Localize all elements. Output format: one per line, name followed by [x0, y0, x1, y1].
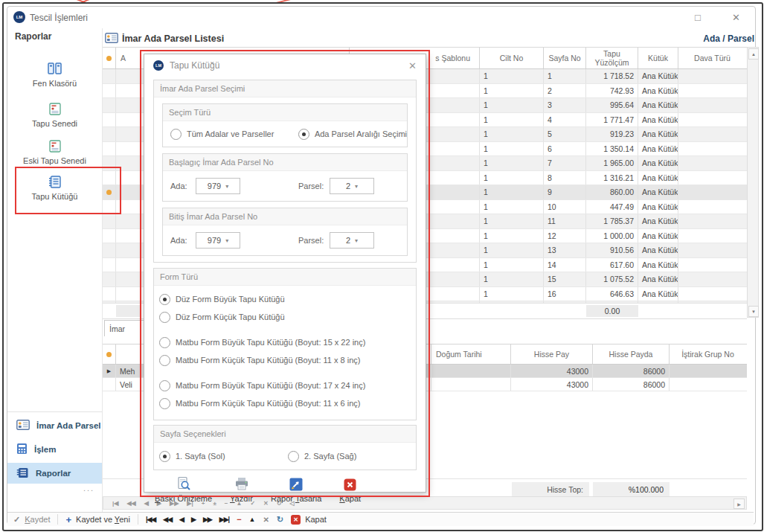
vertical-scrollbar[interactable]: ▲ ▼ — [747, 47, 759, 318]
record-nav-button[interactable]: ◀ — [144, 500, 149, 507]
scroll-right-icon[interactable]: ▶ — [733, 499, 745, 509]
print-preview-icon — [176, 476, 191, 493]
window-close-icon[interactable]: ✕ — [732, 12, 740, 23]
cell-tapu-yuzolcum: 1 000.00 — [586, 229, 638, 243]
nav-item-islem[interactable]: İşlem — [7, 439, 102, 460]
nav-first-button[interactable]: |◀◀ — [146, 516, 155, 523]
row-marker-cell — [103, 229, 116, 243]
start-parcel-group: Başlagıç İmar Ada Parsel No Ada: 979 ▾ P… — [162, 153, 408, 202]
radio-option[interactable]: Matbu Form Küçük Tapu Kütüğü (Boyut: 11 … — [159, 394, 416, 412]
sidebar-item-tapu-senedi[interactable]: Tapu Senedi — [7, 103, 102, 128]
radio-option[interactable]: Ada Parsel Aralığı Seçimi — [298, 129, 407, 140]
sidebar-header: Raporlar — [15, 31, 51, 42]
cell-kutuk: Ana Kütük — [638, 214, 678, 228]
row-marker-cell — [103, 98, 116, 112]
column-header-dogum-tarihi[interactable]: Doğum Tarihi — [431, 344, 511, 364]
screen: LM Tescil İşlemleri □ ✕ Raporlar Fen Kla… — [0, 0, 764, 532]
column-header-tapu-yuzolcum[interactable]: Tapu Yüzölçüm — [586, 48, 638, 68]
close-button[interactable]: ✕ Kapat — [291, 515, 327, 525]
nav-next-button[interactable]: ▶ — [191, 516, 196, 523]
cell-sayfa-no: 3 — [544, 98, 586, 112]
combobox-value: 2 — [346, 236, 350, 245]
scroll-down-icon[interactable]: ▼ — [748, 306, 759, 317]
column-header-istirak-grup-no[interactable]: İştirak Grup No — [670, 344, 746, 364]
nav-prev-page-button[interactable]: ◀◀ — [163, 516, 172, 523]
column-header-hisse-payda[interactable]: Hisse Payda — [593, 344, 670, 364]
start-ada-combobox[interactable]: 979 ▾ — [196, 178, 240, 194]
hisse-total-label: Hisse Top: — [512, 482, 589, 497]
radio-option[interactable]: Tüm Adalar ve Parseller — [170, 129, 298, 140]
radio-circle — [159, 337, 170, 348]
nav-item-imar-ada-parsel[interactable]: İmar Ada Parsel — [7, 415, 102, 436]
sidebar-item-eski-tapu-senedi[interactable]: Eski Tapu Senedi — [7, 140, 102, 165]
tab-label: İmar — [109, 324, 125, 333]
print-preview-button[interactable]: Baskı Önizleme — [155, 476, 212, 503]
tab-imar[interactable]: İmar — [104, 320, 147, 336]
save-and-new-button[interactable]: + Kaydet ve Yeni — [65, 514, 129, 525]
end-parsel-combobox[interactable]: 2 ▾ — [330, 232, 374, 249]
print-button[interactable]: Yazdır — [230, 477, 253, 503]
row-marker-cell — [103, 113, 116, 127]
column-header-sayfa-no[interactable]: Sayfa No — [544, 48, 586, 68]
dialog-title-bar[interactable]: LM Tapu Kütüğü ✕ — [153, 54, 417, 77]
start-parsel-combobox[interactable]: 2 ▾ — [330, 178, 374, 194]
cell-cilt-no: 1 — [480, 243, 544, 257]
end-ada-combobox[interactable]: 979 ▾ — [196, 232, 240, 249]
cell-dava-turu — [678, 214, 746, 228]
cell-cilt-no: 1 — [480, 127, 544, 141]
plus-icon: + — [65, 514, 71, 525]
nav-more-label[interactable]: ... — [83, 484, 94, 493]
maximize-icon[interactable]: □ — [695, 12, 701, 23]
cell-tapu-yuzolcum: 995.64 — [586, 98, 638, 112]
cell-sayfa-no: 4 — [544, 113, 586, 127]
cancel-edit-icon[interactable]: ✕ — [263, 516, 269, 524]
dialog-close-button[interactable]: Kapat — [339, 478, 361, 503]
radio-option[interactable]: Matbu Form Büyük Tapu Kütüğü (Boyut: 17 … — [159, 376, 416, 394]
dialog-close-icon[interactable]: ✕ — [408, 60, 417, 71]
save-button[interactable]: ✓ Kaydet — [13, 515, 50, 525]
report-design-button[interactable]: Rapor Tasarla — [271, 478, 321, 503]
row-marker-cell — [103, 287, 116, 301]
nav-item-raporlar[interactable]: Raporlar — [7, 463, 102, 484]
column-header-hisse-pay[interactable]: Hisse Pay — [511, 344, 593, 364]
form-type-group: Form Türü Düz Form Büyük Tapu Kütüğü Düz… — [153, 268, 417, 420]
row-marker-cell — [103, 84, 116, 98]
radio-option[interactable]: 1. Sayfa (Sol) — [159, 451, 288, 462]
record-nav-button[interactable]: |◀ — [112, 500, 118, 507]
cell-dava-turu — [678, 98, 746, 112]
group-title: İmar Ada Parsel Seçimi — [154, 80, 416, 97]
column-header-dava-turu[interactable]: Dava Türü — [678, 48, 746, 68]
refresh-icon[interactable]: ↻ — [277, 515, 283, 525]
cell-tapu-yuzolcum: 1 316.21 — [586, 171, 638, 185]
row-marker-cell — [103, 378, 116, 391]
nav-next-page-button[interactable]: ▶▶ — [203, 516, 212, 523]
cell-dava-turu — [678, 287, 746, 301]
cell-kutuk: Ana Kütük — [638, 156, 678, 170]
nav-item-label: Raporlar — [36, 469, 71, 478]
cell-kutuk: Ana Kütük — [638, 127, 678, 141]
record-nav-button[interactable]: ◀◀ — [126, 500, 135, 507]
cell-cilt-no: 1 — [480, 113, 544, 127]
button-label: Kapat — [339, 494, 361, 503]
radio-option[interactable]: Düz Form Küçük Tapu Kütüğü — [159, 308, 416, 326]
delete-record-icon[interactable]: − — [237, 515, 241, 524]
cell-kutuk: Ana Kütük — [638, 69, 678, 83]
id-card-icon — [105, 33, 118, 45]
radio-option[interactable]: Matbu Form Büyük Tapu Kütüğü (Boyut: 15 … — [159, 333, 416, 351]
column-header-cilt-no[interactable]: Cilt No — [480, 48, 544, 68]
sidebar-item-tapu-kutugu[interactable]: Tapu Kütüğü — [7, 176, 102, 201]
cell-dava-turu — [678, 84, 746, 98]
nav-prev-button[interactable]: ◀ — [179, 516, 184, 523]
sidebar-item-label: Tapu Senedi — [32, 119, 77, 128]
edit-record-icon[interactable]: ▲ — [249, 516, 256, 523]
cell-tapu-yuzolcum: 447.49 — [586, 200, 638, 214]
radio-option[interactable]: Matbu Form Küçük Tapu Kütüğü (Boyut: 11 … — [159, 351, 416, 369]
scroll-up-icon[interactable]: ▲ — [748, 48, 759, 60]
cell-istirak-grup-no — [670, 365, 746, 377]
radio-option[interactable]: 2. Sayfa (Sağ) — [288, 451, 356, 462]
sidebar-item-fen-klasoru[interactable]: Fen Klasörü — [7, 63, 102, 88]
radio-option[interactable]: Düz Form Büyük Tapu Kütüğü — [159, 290, 416, 308]
cell-sayfa-no: 7 — [544, 156, 586, 170]
nav-last-button[interactable]: ▶▶| — [219, 516, 229, 523]
column-header-kutuk[interactable]: Kütük — [638, 48, 678, 68]
